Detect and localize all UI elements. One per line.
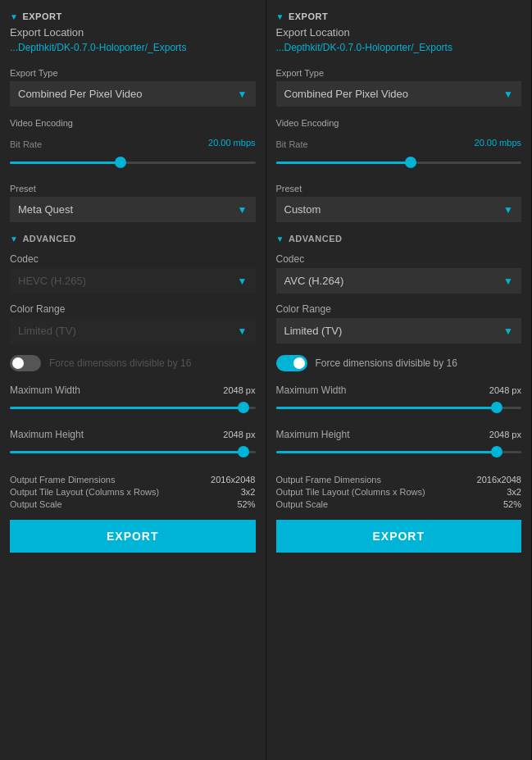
left-bit-rate-value: 20.00 mbps bbox=[208, 138, 255, 148]
right-max-width-track bbox=[276, 407, 522, 409]
right-export-button[interactable]: EXPORT bbox=[276, 520, 522, 553]
left-export-button[interactable]: EXPORT bbox=[10, 520, 256, 553]
left-advanced-label: ADVANCED bbox=[22, 234, 76, 243]
right-preset-select[interactable]: Custom bbox=[276, 197, 522, 222]
right-max-height-label: Maximum Height bbox=[276, 429, 350, 440]
left-bit-rate-fill bbox=[10, 162, 120, 164]
left-max-height-slider[interactable] bbox=[10, 445, 256, 458]
right-output-scale-label: Output Scale bbox=[276, 499, 329, 509]
left-bit-rate-label: Bit Rate bbox=[10, 139, 42, 149]
left-output-scale-label: Output Scale bbox=[10, 499, 62, 509]
right-max-height-track bbox=[276, 451, 522, 453]
left-output-frame-row: Output Frame Dimensions 2016x2048 bbox=[10, 475, 256, 485]
right-output-frame-value: 2016x2048 bbox=[477, 475, 521, 485]
right-max-height-thumb[interactable] bbox=[491, 446, 502, 457]
right-section-header: ▼ EXPORT bbox=[276, 11, 522, 21]
right-codec-label: Codec bbox=[276, 253, 522, 265]
right-max-height-row: Maximum Height 2048 px bbox=[276, 429, 522, 440]
left-max-width-track bbox=[10, 407, 256, 409]
right-output-tile-value: 3x2 bbox=[507, 487, 521, 497]
right-export-path[interactable]: ...Depthkit/DK-0.7.0-Holoporter/_Exports bbox=[276, 42, 522, 53]
left-codec-dropdown: HEVC (H.265) ▼ bbox=[10, 268, 256, 294]
left-color-range-label: Color Range bbox=[10, 303, 256, 315]
right-video-encoding-label: Video Encoding bbox=[276, 118, 522, 128]
left-max-width-fill bbox=[10, 407, 243, 409]
right-output-info: Output Frame Dimensions 2016x2048 Output… bbox=[276, 475, 522, 512]
right-bit-rate-value: 20.00 mbps bbox=[475, 138, 521, 148]
right-output-frame-row: Output Frame Dimensions 2016x2048 bbox=[276, 475, 522, 485]
left-output-scale-value: 52% bbox=[237, 499, 255, 509]
left-export-type-select[interactable]: Combined Per Pixel Video bbox=[10, 81, 256, 107]
left-bit-rate-thumb[interactable] bbox=[115, 157, 126, 168]
left-force-dimensions-toggle[interactable] bbox=[10, 355, 41, 371]
right-max-height-value: 2048 px bbox=[489, 430, 521, 439]
left-max-height-thumb[interactable] bbox=[238, 446, 249, 457]
right-export-type-label: Export Type bbox=[276, 68, 522, 78]
right-output-tile-row: Output Tile Layout (Columns x Rows) 3x2 bbox=[276, 487, 522, 497]
right-preset-label: Preset bbox=[276, 184, 522, 193]
left-max-width-slider[interactable] bbox=[10, 401, 256, 414]
right-export-location-label: Export Location bbox=[276, 26, 522, 39]
right-export-type-dropdown[interactable]: Combined Per Pixel Video ▼ bbox=[276, 81, 522, 107]
right-codec-dropdown[interactable]: AVC (H.264) ▼ bbox=[276, 268, 522, 294]
right-force-dimensions-toggle[interactable] bbox=[276, 355, 307, 371]
left-output-tile-value: 3x2 bbox=[241, 487, 256, 497]
left-triangle-icon: ▼ bbox=[10, 12, 18, 21]
right-color-range-dropdown[interactable]: Limited (TV) ▼ bbox=[276, 318, 522, 344]
left-export-path[interactable]: ...Depthkit/DK-0.7.0-Holoporter/_Exports bbox=[10, 42, 256, 53]
right-max-width-fill bbox=[276, 407, 498, 409]
right-max-width-row: Maximum Width 2048 px bbox=[276, 385, 522, 396]
right-toggle-knob bbox=[293, 357, 305, 369]
left-output-tile-row: Output Tile Layout (Columns x Rows) 3x2 bbox=[10, 487, 256, 497]
left-max-height-row: Maximum Height 2048 px bbox=[10, 429, 256, 440]
right-bit-rate-track bbox=[276, 162, 522, 164]
left-export-type-label: Export Type bbox=[10, 68, 256, 78]
right-bit-rate-row: Bit Rate 20.00 mbps bbox=[276, 134, 522, 151]
right-advanced-header: ▼ ADVANCED bbox=[276, 234, 522, 243]
right-bit-rate-thumb[interactable] bbox=[405, 157, 416, 168]
right-triangle-icon: ▼ bbox=[276, 12, 284, 21]
left-max-height-value: 2048 px bbox=[223, 430, 255, 439]
right-force-dimensions-row: Force dimensions divisible by 16 bbox=[276, 355, 522, 371]
left-codec-select: HEVC (H.265) bbox=[10, 268, 256, 294]
left-video-encoding-label: Video Encoding bbox=[10, 118, 256, 128]
left-export-type-dropdown[interactable]: Combined Per Pixel Video ▼ bbox=[10, 81, 256, 107]
right-export-type-select[interactable]: Combined Per Pixel Video bbox=[276, 81, 522, 107]
left-force-dimensions-row: Force dimensions divisible by 16 bbox=[10, 355, 256, 371]
right-preset-dropdown[interactable]: Custom ▼ bbox=[276, 197, 522, 222]
right-output-frame-label: Output Frame Dimensions bbox=[276, 475, 381, 485]
right-force-dimensions-label: Force dimensions divisible by 16 bbox=[316, 357, 457, 369]
right-advanced-label: ADVANCED bbox=[289, 234, 343, 243]
left-advanced-header: ▼ ADVANCED bbox=[10, 234, 256, 243]
left-advanced-triangle-icon: ▼ bbox=[10, 234, 18, 243]
left-max-height-fill bbox=[10, 451, 243, 453]
right-max-width-label: Maximum Width bbox=[276, 385, 347, 396]
left-bit-rate-row: Bit Rate 20.00 mbps bbox=[10, 134, 256, 151]
right-output-scale-row: Output Scale 52% bbox=[276, 499, 522, 509]
left-max-width-row: Maximum Width 2048 px bbox=[10, 385, 256, 396]
left-preset-select[interactable]: Meta Quest bbox=[10, 197, 256, 222]
left-max-width-label: Maximum Width bbox=[10, 385, 80, 396]
right-codec-select[interactable]: AVC (H.264) bbox=[276, 268, 522, 294]
left-max-height-track bbox=[10, 451, 256, 453]
right-max-width-slider[interactable] bbox=[276, 401, 522, 414]
left-bit-rate-track bbox=[10, 162, 256, 164]
left-output-scale-row: Output Scale 52% bbox=[10, 499, 256, 509]
right-panel: ▼ EXPORT Export Location ...Depthkit/DK-… bbox=[266, 0, 533, 760]
left-color-range-dropdown: Limited (TV) ▼ bbox=[10, 318, 256, 344]
left-panel: ▼ EXPORT Export Location ...Depthkit/DK-… bbox=[0, 0, 266, 760]
right-max-width-thumb[interactable] bbox=[491, 402, 502, 413]
left-toggle-knob bbox=[12, 357, 24, 369]
right-max-width-value: 2048 px bbox=[489, 385, 521, 395]
left-max-width-thumb[interactable] bbox=[238, 402, 249, 413]
left-output-frame-value: 2016x2048 bbox=[211, 475, 255, 485]
right-bit-rate-slider[interactable] bbox=[276, 156, 522, 169]
left-bit-rate-slider[interactable] bbox=[10, 156, 256, 169]
right-color-range-select[interactable]: Limited (TV) bbox=[276, 318, 522, 344]
left-output-tile-label: Output Tile Layout (Columns x Rows) bbox=[10, 487, 159, 497]
left-codec-label: Codec bbox=[10, 253, 256, 265]
left-preset-dropdown[interactable]: Meta Quest ▼ bbox=[10, 197, 256, 222]
left-export-location-label: Export Location bbox=[10, 26, 256, 39]
right-max-height-slider[interactable] bbox=[276, 445, 522, 458]
left-color-range-select: Limited (TV) bbox=[10, 318, 256, 344]
